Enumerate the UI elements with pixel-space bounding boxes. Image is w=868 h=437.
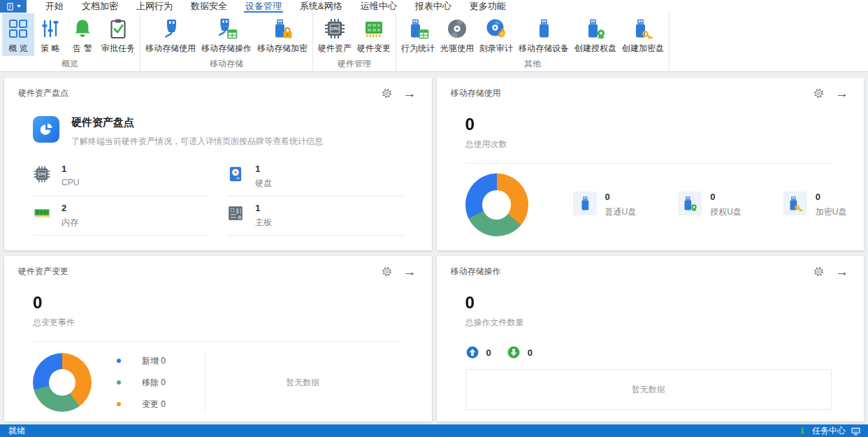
hero-text: 硬件资产盘点 了解终端当前硬件资产情况，可进入详情页面按品牌等查看统计信息: [71, 116, 323, 148]
menu-item-6[interactable]: 系统&网络: [291, 0, 352, 13]
ribbon-item-usb-plug-grid[interactable]: 移动存储操作: [198, 13, 254, 56]
app-menu-button[interactable]: [0, 0, 27, 13]
settings-gear-icon[interactable]: [813, 266, 825, 278]
ribbon-item-label: 移动存储操作: [201, 43, 252, 55]
stat-label: 主板: [255, 217, 272, 229]
ribbon-item-label: 光驱使用: [440, 43, 474, 55]
menu-item-9[interactable]: 更多功能: [461, 0, 515, 13]
hero-description: 了解终端当前硬件资产情况，可进入详情页面按品牌等查看统计信息: [71, 136, 323, 148]
card-header: 硬件资产变更 →: [4, 256, 432, 278]
cpu-chip-icon: CPU: [324, 17, 346, 40]
ribbon: 概 览策 略告 警审批任务概览移动存储使用移动存储操作移动存储加密移动存储CPU…: [0, 13, 868, 72]
total-change-value: 0: [33, 293, 432, 313]
open-detail-arrow-icon[interactable]: →: [835, 266, 848, 278]
hardware-stat-内存: 2内存: [33, 196, 210, 236]
upload-circle-icon: [465, 345, 479, 359]
menu-item-4[interactable]: 数据安全: [182, 0, 236, 13]
stat-label: CPU: [62, 178, 79, 187]
usb-device-icon: [533, 17, 555, 40]
card-hardware-inventory: 硬件资产盘点 → 硬件资产盘点 了解终端当前硬件资产情况，可进入详情页面按品牌等…: [4, 78, 432, 250]
menu-item-7[interactable]: 运维中心: [352, 0, 406, 13]
ribbon-item-disc[interactable]: 光驱使用: [437, 13, 477, 56]
hardware-stats: CPU1CPU1硬盘2内存1主板: [33, 157, 404, 236]
usb-key-icon: [632, 17, 654, 40]
settings-gear-icon[interactable]: [381, 266, 393, 278]
download-count: 0: [528, 348, 533, 358]
menu-item-8[interactable]: 报表中心: [406, 0, 461, 13]
divider: [465, 163, 833, 164]
usage-stat-text: 0授权U盘: [710, 192, 742, 218]
card-hero: 硬件资产盘点 了解终端当前硬件资产情况，可进入详情页面按品牌等查看统计信息: [33, 116, 432, 148]
ribbon-item-usb-key[interactable]: 创建加密盘: [619, 13, 667, 56]
open-detail-arrow-icon[interactable]: →: [835, 87, 848, 99]
alert-bell-icon: [71, 17, 94, 40]
ribbon-item-label: 移动存储使用: [145, 43, 196, 55]
ribbon-item-usb-badge[interactable]: 创建授权盘: [572, 13, 619, 56]
hardware-stat-text: 1CPU: [62, 164, 79, 189]
ribbon-item-policy-sliders[interactable]: 策 略: [34, 13, 66, 56]
usb-plug-grid-icon: [215, 17, 238, 40]
ram-icon: [33, 203, 51, 229]
menu-item-3[interactable]: 上网行为: [127, 0, 182, 13]
usage-stat-1: 0普通U盘: [573, 192, 637, 218]
policy-sliders-icon: [39, 17, 62, 40]
ribbon-item-label: 审批任务: [101, 43, 135, 55]
task-center-label: 任务中心: [812, 425, 846, 437]
card-actions: →: [813, 87, 848, 99]
stat-value: 0: [605, 192, 637, 202]
usb-stats-icon: [407, 17, 429, 40]
status-ready-text: 就绪: [8, 425, 25, 437]
usage-stat-2: 0授权U盘: [678, 192, 742, 218]
hero-title: 硬件资产盘点: [71, 116, 323, 129]
statusbar: 就绪 任务中心: [0, 424, 868, 437]
usage-stat-text: 0普通U盘: [605, 192, 637, 218]
menubar: 开始文档加密上网行为数据安全设备管理系统&网络运维中心报表中心更多功能: [0, 0, 868, 13]
cpu-small-icon: CPU: [33, 164, 51, 189]
ribbon-item-approval-clipboard[interactable]: 审批任务: [99, 13, 138, 56]
ribbon-group-label: 其他: [398, 56, 667, 73]
ribbon-item-overview-grid[interactable]: 概 览: [2, 13, 34, 56]
menu-item-1[interactable]: 开始: [36, 0, 73, 13]
stat-value: 2: [62, 203, 78, 213]
ribbon-group-label: 概览: [2, 56, 138, 73]
stat-label: 授权U盘: [710, 206, 742, 218]
legend-dot: [117, 380, 121, 385]
ribbon-item-label: 概 览: [8, 43, 27, 55]
change-donut-chart: [33, 353, 92, 412]
settings-gear-icon[interactable]: [381, 87, 393, 99]
open-detail-arrow-icon[interactable]: →: [403, 87, 417, 99]
ribbon-item-disc-burn[interactable]: 刻录审计: [477, 13, 516, 56]
ribbon-group-label: 硬件管理: [315, 56, 393, 73]
open-detail-arrow-icon[interactable]: →: [403, 266, 417, 278]
ribbon-item-usb-lock[interactable]: 移动存储加密: [254, 13, 310, 56]
ribbon-item-label: 行为统计: [401, 43, 435, 55]
task-center-button[interactable]: 任务中心: [798, 425, 861, 437]
ribbon-item-usb-device[interactable]: 移动存储设备: [516, 13, 572, 56]
menu-item-2[interactable]: 文档加密: [73, 0, 127, 13]
legend-item-1: 新增 0: [117, 355, 166, 367]
settings-gear-icon[interactable]: [813, 87, 825, 99]
ribbon-group-3: CPU硬件资产硬件变更硬件管理: [313, 13, 396, 71]
card-storage-operations: 移动存储操作 → 0 总操作文件数量 0 0 暂无数据: [437, 256, 865, 422]
card-header: 硬件资产盘点 →: [4, 78, 432, 99]
card-title: 移动存储操作: [451, 266, 501, 278]
mainboard-icon: [226, 203, 245, 229]
ribbon-item-cpu-chip[interactable]: CPU硬件资产: [315, 13, 354, 56]
menu-item-5[interactable]: 设备管理: [236, 0, 291, 13]
card-header: 移动存储使用 →: [437, 78, 865, 99]
ribbon-group-label: 移动存储: [143, 56, 310, 73]
ribbon-item-label: 刻录审计: [479, 43, 513, 55]
empty-state-text: 暂无数据: [205, 377, 400, 389]
usb-badge-icon: [678, 192, 702, 215]
svg-text:CPU: CPU: [38, 173, 45, 176]
monitor-icon[interactable]: [851, 426, 861, 436]
ribbon-item-board[interactable]: 硬件变更: [354, 13, 393, 56]
stat-value: 1: [255, 203, 272, 213]
ribbon-item-alert-bell[interactable]: 告 警: [66, 13, 99, 56]
card-actions: →: [381, 87, 417, 99]
board-icon: [363, 17, 385, 40]
ribbon-item-usb-stats[interactable]: 行为统计: [398, 13, 437, 56]
hardware-stat-硬盘: 1硬盘: [226, 157, 403, 196]
app-doc-icon: [6, 2, 15, 11]
ribbon-item-usb-plug[interactable]: 移动存储使用: [143, 13, 198, 56]
